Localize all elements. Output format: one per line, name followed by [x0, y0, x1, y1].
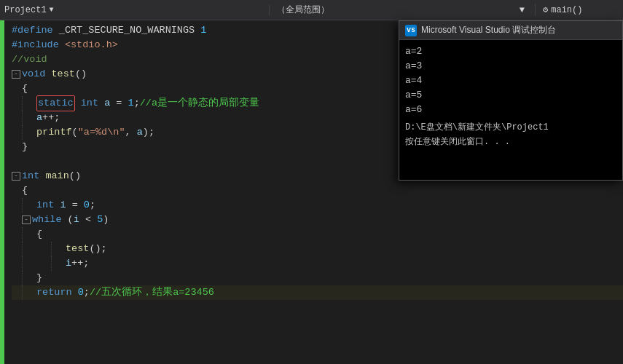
- collapse-main-icon[interactable]: -: [12, 172, 20, 181]
- return-comment: //五次循环，结果a=23456: [90, 285, 214, 300]
- output-line-3: a=4: [405, 74, 616, 88]
- code-line-17: i ++;: [12, 256, 623, 271]
- scope-label: （全局范围）: [277, 4, 329, 16]
- console-title: Microsoft Visual Studio 调试控制台: [421, 24, 556, 36]
- console-path: D:\E盘文档\新建文件夹\Project1: [405, 120, 616, 135]
- top-bar: Project1 ▼ （全局范围） ▼ ⚙ main(): [0, 0, 623, 20]
- code-line-19: return 0 ; //五次循环，结果a=23456: [12, 285, 623, 300]
- function-selector[interactable]: ⚙ main(): [536, 4, 623, 15]
- output-line-5: a=6: [405, 103, 616, 117]
- console-body: a=2 a=3 a=4 a=5 a=6 D:\E盘文档\新建文件夹\Projec…: [399, 40, 622, 154]
- code-line-16: test ();: [12, 242, 623, 256]
- function-label: main(): [551, 5, 582, 15]
- scope-selector[interactable]: （全局范围） ▼: [270, 4, 536, 16]
- code-line-13: int i = 0 ;: [12, 198, 623, 213]
- code-line-12: {: [12, 183, 623, 198]
- output-line-2: a=3: [405, 59, 616, 74]
- code-line-14: - while ( i < 5 ): [12, 213, 623, 227]
- scope-dropdown-arrow[interactable]: ▼: [517, 5, 528, 15]
- output-line-4: a=5: [405, 88, 616, 103]
- collapse-test-icon[interactable]: -: [12, 70, 20, 79]
- console-prompt: 按任意键关闭此窗口. . .: [405, 135, 616, 149]
- function-icon: ⚙: [543, 4, 548, 15]
- code-line-15: {: [12, 227, 623, 242]
- project-dropdown-arrow[interactable]: ▼: [47, 6, 57, 14]
- output-line-1: a=2: [405, 44, 616, 59]
- static-keyword-highlighted: static: [36, 95, 75, 111]
- project-selector[interactable]: Project1 ▼: [0, 5, 270, 15]
- collapse-while-icon[interactable]: -: [22, 215, 31, 224]
- vs-icon: vs: [405, 25, 417, 36]
- console-window: vs Microsoft Visual Studio 调试控制台 a=2 a=3…: [399, 20, 623, 181]
- project-label: Project1: [4, 5, 47, 15]
- code-line-18: }: [12, 271, 623, 285]
- define-keyword: #define: [12, 23, 53, 38]
- editor-area: #define _CRT_SECURE_NO_WARNINGS 1 #inclu…: [0, 20, 623, 364]
- console-title-bar: vs Microsoft Visual Studio 调试控制台: [399, 21, 622, 40]
